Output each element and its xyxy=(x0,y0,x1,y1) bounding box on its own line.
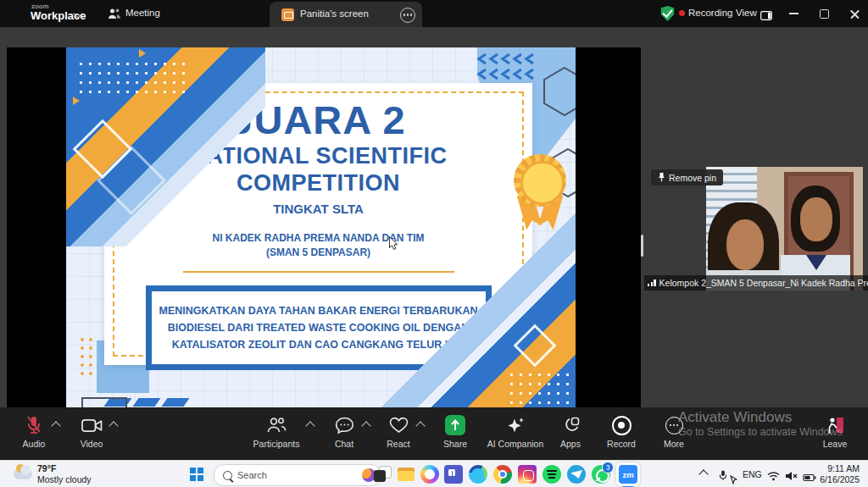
screen-share-tab[interactable]: Panitia's screen xyxy=(270,2,422,27)
location-indicator-icon xyxy=(730,473,737,487)
leave-label: Leave xyxy=(797,439,868,449)
telegram-icon[interactable] xyxy=(567,465,586,484)
screen-share-tab-icon xyxy=(281,8,294,21)
participant-name-bar: Kelompok 2_SMAN 5 Denpasar_Ni Kadek Radh… xyxy=(644,275,868,291)
zoom-titlebar: zoom Workplace Meeting Panitia's screen … xyxy=(0,0,868,27)
zoom-toolbar: Audio Video Participants 30 Chat React xyxy=(0,407,868,460)
more-label: More xyxy=(636,439,712,449)
shared-screen-region: JUARA 2 NATIONAL SCIENTIFIC COMPETITION … xyxy=(7,47,641,407)
spotify-icon[interactable] xyxy=(542,465,561,484)
video-label: Video xyxy=(53,439,130,449)
pin-icon xyxy=(658,172,665,184)
record-icon xyxy=(612,416,632,435)
language-indicator[interactable]: ENG xyxy=(743,469,762,479)
weather-widget[interactable]: 79°F Mostly cloudy xyxy=(5,462,124,486)
presentation-slide: JUARA 2 NATIONAL SCIENTIFIC COMPETITION … xyxy=(66,47,576,407)
panel-resize-handle[interactable] xyxy=(641,235,643,257)
remove-pin-button[interactable]: Remove pin xyxy=(651,169,723,185)
activate-windows-watermark-sub: Go to Settings to activate Windows xyxy=(678,426,843,438)
view-layout-icon[interactable] xyxy=(760,8,772,24)
weather-cloud-icon xyxy=(14,469,32,479)
whatsapp-badge: 3 xyxy=(602,462,614,473)
participants-button[interactable]: Participants xyxy=(238,414,314,449)
search-icon xyxy=(223,471,232,480)
participant-name-label: Kelompok 2_SMAN 5 Denpasar_Ni Kadek Radh… xyxy=(659,278,868,288)
weather-temp: 79°F xyxy=(37,463,56,473)
search-placeholder: Search xyxy=(237,470,357,480)
activate-windows-watermark: Activate Windows xyxy=(678,409,792,426)
medal-icon xyxy=(514,154,566,207)
tray-time: 9:11 AM xyxy=(820,463,860,474)
tray-expand-chevron[interactable] xyxy=(700,471,707,478)
view-button[interactable]: View xyxy=(736,8,757,18)
task-view-icon[interactable] xyxy=(373,465,392,484)
mouse-cursor xyxy=(388,235,399,255)
weather-condition: Mostly cloudy xyxy=(37,474,92,484)
search-box[interactable]: Search xyxy=(214,464,381,486)
recording-label: Recording xyxy=(688,8,732,18)
start-button[interactable] xyxy=(190,468,196,473)
pinned-video-panel[interactable]: Remove pin Kelompok 2_SMAN 5 Denpasar_Ni… xyxy=(634,167,868,294)
connection-signal-icon xyxy=(648,279,656,286)
windows-taskbar: 79°F Mostly cloudy Search xyxy=(0,460,868,487)
tray-date: 6/16/2025 xyxy=(820,474,860,485)
battery-icon[interactable] xyxy=(803,470,817,485)
close-button[interactable] xyxy=(844,3,865,24)
meeting-tab[interactable]: Meeting xyxy=(125,8,160,18)
share-screen-icon xyxy=(445,415,465,435)
file-explorer-icon[interactable] xyxy=(397,465,415,484)
meeting-main-area: JUARA 2 NATIONAL SCIENTIFIC COMPETITION … xyxy=(0,27,868,407)
instagram-icon[interactable] xyxy=(518,465,537,484)
wifi-icon[interactable] xyxy=(767,469,780,484)
edge-icon[interactable] xyxy=(469,465,487,484)
video-button[interactable]: Video xyxy=(53,414,130,449)
zoom-app-icon[interactable]: zm xyxy=(619,465,637,484)
participants-label: Participants xyxy=(238,439,314,449)
copilot-icon[interactable] xyxy=(420,465,439,484)
participant-video[interactable] xyxy=(706,167,863,291)
maximize-button[interactable] xyxy=(814,3,834,24)
remove-pin-label: Remove pin xyxy=(669,173,716,183)
tab-options-icon[interactable] xyxy=(400,8,415,23)
security-shield-icon[interactable] xyxy=(660,6,675,21)
meeting-people-icon xyxy=(108,8,121,23)
minimize-button[interactable] xyxy=(783,3,804,24)
recording-dot-icon xyxy=(679,10,685,16)
participants-icon xyxy=(238,414,314,436)
volume-muted-icon[interactable] xyxy=(785,469,798,484)
slide-deco-hexagon xyxy=(542,66,576,120)
chrome-icon[interactable] xyxy=(493,465,512,484)
slide-deco-chevrons xyxy=(476,53,538,80)
teams-icon[interactable] xyxy=(444,465,463,484)
screen-share-tab-label: Panitia's screen xyxy=(300,8,369,19)
whatsapp-icon[interactable]: 3 xyxy=(592,465,610,484)
clock[interactable]: 9:11 AM 6/16/2025 xyxy=(820,463,860,485)
mic-indicator-icon[interactable] xyxy=(719,469,727,484)
